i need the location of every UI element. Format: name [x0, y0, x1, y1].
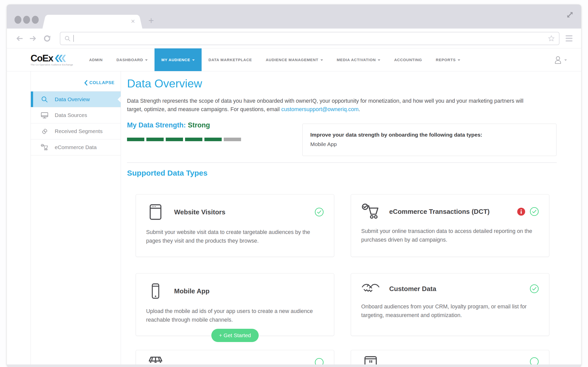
chevron-down-icon [145, 59, 148, 61]
collapse-button[interactable]: COLLAPSE [84, 80, 115, 86]
back-icon[interactable] [16, 35, 23, 42]
chain-link-icon [41, 128, 48, 135]
sidebar-item-label: Data Sources [55, 112, 87, 118]
section-divider [127, 162, 557, 163]
strength-segment [185, 138, 202, 141]
chevron-down-icon [564, 59, 567, 61]
card-title: eCommerce Transactions (DCT) [389, 208, 489, 216]
check-circle-icon [315, 207, 324, 217]
app-navbar: CoEx The Co-Operative Audience Exchange … [7, 48, 581, 71]
text-cursor [73, 35, 74, 42]
browser-toolbar [7, 29, 581, 48]
nav-item-admin[interactable]: ADMIN [82, 48, 109, 71]
nav-item-accounting[interactable]: ACCOUNTING [387, 48, 429, 71]
coex-logo[interactable]: CoEx The Co-Operative Audience Exchange [31, 48, 73, 71]
sidebar-item-label: Received Segments [55, 128, 103, 134]
card-description: Upload the mobile ad ids of your app use… [146, 307, 324, 324]
browser-titlebar: ✕ + [7, 5, 581, 29]
nav-item-media-activation[interactable]: MEDIA ACTIVATION [330, 48, 387, 71]
sidebar-item-ecommerce-data[interactable]: eCommerce Data [31, 139, 121, 155]
mobile-phone-icon [146, 282, 165, 300]
window-control-dot[interactable] [32, 16, 39, 24]
storefront-awning-icon [146, 355, 165, 364]
card-description: Onboard audiences from your CRM, loyalty… [361, 302, 539, 320]
supported-data-types-title: Supported Data Types [127, 169, 207, 177]
window-control-dot[interactable] [23, 16, 30, 24]
card-ecommerce-transactions[interactable]: eCommerce Transactions (DCT) Submit your… [351, 194, 549, 257]
improve-strength-box: Improve your data strength by onboarding… [302, 124, 556, 156]
browser-window-icon [146, 203, 165, 221]
page-title: Data Overview [127, 77, 202, 90]
forward-icon[interactable] [29, 35, 37, 42]
card-partial-card-reader[interactable] [351, 350, 549, 364]
cart-check-icon [361, 203, 380, 220]
strength-segment [166, 138, 183, 141]
check-circle-icon [530, 357, 539, 364]
support-email-link[interactable]: customersupport@owneriq.com [281, 106, 359, 112]
data-strength-label: My Data Strength:Strong [127, 121, 210, 129]
window-control-dot[interactable] [15, 16, 21, 24]
browser-menu-icon[interactable] [566, 35, 572, 42]
search-icon [64, 35, 71, 42]
refresh-icon[interactable] [43, 34, 51, 43]
card-title: Customer Data [389, 285, 436, 293]
handshake-icon [361, 282, 380, 295]
strength-segments [127, 138, 241, 141]
chevron-down-icon [320, 59, 323, 61]
nav-item-audience-management[interactable]: AUDIENCE MANAGEMENT [259, 48, 330, 71]
window-expand-icon[interactable] [566, 11, 573, 18]
strength-segment [204, 138, 222, 141]
card-description: Submit your online transaction data to a… [361, 227, 539, 244]
browser-tab[interactable]: ✕ [48, 15, 137, 29]
sidebar-item-label: eCommerce Data [55, 144, 97, 150]
logo-text: CoEx [31, 54, 53, 63]
browser-window: ✕ + [7, 5, 581, 367]
card-website-visitors[interactable]: Website Visitors Submit your website vis… [136, 194, 334, 257]
chevron-down-icon [378, 59, 380, 61]
chevron-left-icon [84, 80, 88, 86]
card-customer-data[interactable]: Customer Data Onboard audiences from you… [351, 273, 549, 336]
card-partial-storefront[interactable] [136, 350, 334, 364]
logo-chevrons-icon [54, 54, 67, 62]
nav-item-my-audience[interactable]: MY AUDIENCE [155, 48, 202, 71]
sidebar-item-data-sources[interactable]: Data Sources [31, 107, 121, 123]
nav-item-dashboard[interactable]: DASHBOARD [109, 48, 155, 71]
chevron-down-icon [192, 59, 195, 61]
person-icon [554, 56, 562, 64]
chevron-down-icon [458, 59, 460, 61]
page-body: COLLAPSE Data Overview [7, 71, 581, 364]
cart-check-icon [41, 144, 48, 151]
check-circle-icon [530, 207, 539, 216]
check-circle-icon [315, 358, 324, 364]
strength-segment [146, 138, 164, 141]
monitor-icon [41, 112, 48, 119]
card-title: Website Visitors [174, 208, 225, 216]
improve-box-items: Mobile App [310, 141, 549, 147]
tab-close-icon[interactable]: ✕ [131, 18, 135, 24]
check-circle-icon [530, 284, 539, 293]
user-menu[interactable] [554, 48, 567, 71]
url-input[interactable] [60, 32, 559, 45]
strength-segment [224, 138, 241, 141]
window-bottom-edge [7, 364, 581, 367]
card-description: Submit your website visit data to create… [146, 228, 324, 245]
sidebar-item-data-overview[interactable]: Data Overview [31, 91, 121, 107]
nav-item-reports[interactable]: REPORTS [429, 48, 467, 71]
logo-tagline: The Co-Operative Audience Exchange [31, 63, 73, 66]
card-title: Mobile App [174, 287, 209, 295]
new-tab-button[interactable]: + [148, 16, 154, 25]
data-strength-value: Strong [188, 121, 210, 129]
sidebar-item-label: Data Overview [55, 96, 90, 102]
intro-text: Data Strength represents the scope of da… [127, 97, 534, 114]
info-alert-icon [517, 207, 525, 216]
sidebar: COLLAPSE Data Overview [31, 71, 121, 364]
improve-box-heading: Improve your data strength by onboarding… [310, 132, 549, 138]
nav-item-data-marketplace[interactable]: DATA MARKETPLACE [202, 48, 259, 71]
get-started-button[interactable]: + Get Started [211, 329, 259, 342]
bookmark-star-icon[interactable] [548, 35, 555, 42]
strength-segment [127, 138, 144, 141]
card-reader-icon [361, 355, 380, 364]
sidebar-item-received-segments[interactable]: Received Segments [31, 123, 121, 139]
magnifier-icon [41, 96, 48, 103]
card-mobile-app[interactable]: Mobile App Upload the mobile ad ids of y… [136, 273, 334, 336]
